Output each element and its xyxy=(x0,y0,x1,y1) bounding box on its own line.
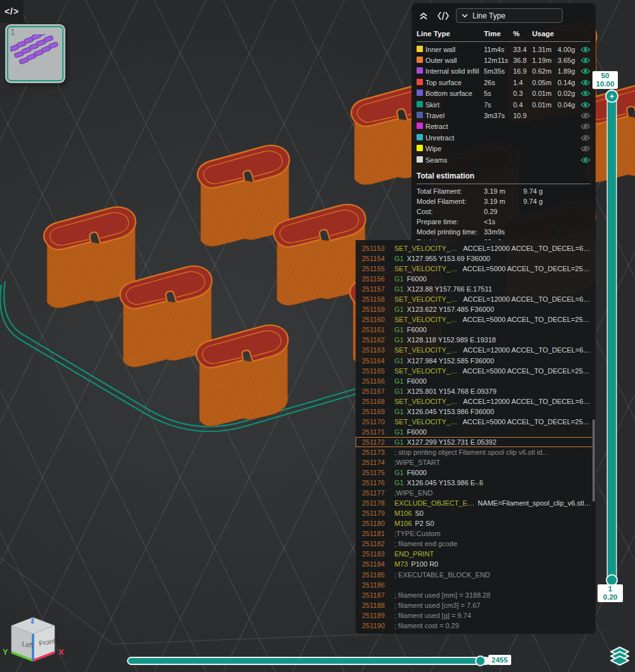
gcode-line[interactable]: 251175G1F6000 xyxy=(356,467,594,478)
total-value-1: 33m9s xyxy=(484,228,523,236)
gcode-token-g1: G1 xyxy=(394,408,404,415)
gcode-line[interactable]: 251190; filament cost = 0.29 xyxy=(356,621,594,631)
eye-icon[interactable] xyxy=(580,79,591,86)
bottom-layer-height: 0.20 xyxy=(600,593,620,601)
gcode-line[interactable]: 251171G1F6000 xyxy=(356,427,594,437)
gcode-token-param: X127.299 Y152.731 E.05392 xyxy=(407,438,497,446)
gcode-token-param: X123.88 Y157.766 E.17511 xyxy=(407,285,492,293)
gcode-line[interactable]: 251179M106S0 xyxy=(356,508,594,518)
gcode-line-number: 251182 xyxy=(362,540,390,548)
gcode-line[interactable]: 251169G1X126.045 Y153.986 F36000 xyxy=(356,407,594,417)
gcode-token-g1: G1 xyxy=(394,479,404,487)
gcode-line[interactable]: 251160SET_VELOCITY_LIMITACCEL=5000 ACCEL… xyxy=(356,314,594,325)
eye-off-icon[interactable] xyxy=(580,112,591,119)
total-value-1: 3.19 m xyxy=(484,187,523,195)
gcode-line[interactable]: 251186 xyxy=(356,580,594,590)
gcode-line[interactable]: 251181;TYPE:Custom xyxy=(356,528,594,539)
gcode-token-g1: G1 xyxy=(394,428,404,436)
gcode-token-cmd: SET_VELOCITY_LIMIT xyxy=(394,245,460,252)
gcode-line[interactable]: 251166G1F6000 xyxy=(356,376,594,386)
gcode-line[interactable]: 251153SET_VELOCITY_LIMITACCEL=12000 ACCE… xyxy=(356,243,594,253)
gcode-line-number: 251158 xyxy=(362,295,390,303)
gcode-token-param: F6000 xyxy=(407,469,427,476)
gcode-line[interactable]: 251174;WIPE_START xyxy=(356,457,594,467)
gcode-line[interactable]: 251184M73P100 R0 xyxy=(356,559,594,569)
line-type-percent: 0.3 xyxy=(513,90,532,97)
line-type-weight: 3.65g xyxy=(558,57,580,64)
layer-slider-top-handle[interactable]: + xyxy=(605,90,618,103)
move-slider[interactable] xyxy=(127,657,490,665)
line-type-swatch xyxy=(417,145,423,151)
gcode-token-param: F6000 xyxy=(407,428,427,436)
gcode-line[interactable]: 251185; EXECUTABLE_BLOCK_END xyxy=(356,570,594,580)
gcode-line[interactable]: 251173; stop printing object Filament sp… xyxy=(356,447,594,457)
gcode-line[interactable]: 251187; filament used [mm] = 3188.28 xyxy=(356,590,594,600)
gcode-token-cmd: M73 xyxy=(394,560,408,568)
gcode-line-number: 251178 xyxy=(362,499,390,507)
gcode-line[interactable]: 251188; filament used [cm3] = 7.67 xyxy=(356,600,594,610)
gcode-line[interactable]: 251161G1F6000 xyxy=(356,325,594,335)
line-type-label: Retract xyxy=(425,123,484,130)
eye-off-icon[interactable] xyxy=(580,134,591,142)
gcode-line[interactable]: 251164G1X127.984 Y152.585 F36000 xyxy=(356,356,594,366)
eye-icon[interactable] xyxy=(580,67,591,75)
gcode-line-number: 251180 xyxy=(362,520,390,527)
gcode-token-g1: G1 xyxy=(394,377,404,385)
gcode-line[interactable]: 251156G1F6000 xyxy=(356,274,594,284)
gcode-line[interactable]: 251155SET_VELOCITY_LIMITACCEL=5000 ACCEL… xyxy=(356,264,594,274)
line-type-time: 5m35s xyxy=(484,67,513,75)
gcode-line[interactable]: 251189; filament used [g] = 9.74 xyxy=(356,610,594,621)
gcode-line[interactable]: 251167G1X125.801 Y154.768 E.09379 xyxy=(356,386,594,396)
total-estimation-rows: Total Filament:3.19 m9.74 gModel Filamen… xyxy=(417,186,591,247)
line-type-swatch xyxy=(417,67,423,74)
gcode-line-selected[interactable]: 251172G1X127.299 Y152.731 E.05392 xyxy=(356,437,594,447)
eye-off-icon[interactable] xyxy=(580,123,591,130)
move-slider-handle[interactable] xyxy=(475,655,486,666)
legend-row: Seams xyxy=(417,154,591,165)
collapse-panel-icon[interactable] xyxy=(417,10,431,22)
eye-icon[interactable] xyxy=(580,90,591,97)
code-view-icon[interactable] xyxy=(436,10,450,22)
total-estimation-title: Total estimation xyxy=(417,171,591,180)
gcode-line[interactable]: 251154G1X127.955 Y153.69 F36000 xyxy=(356,253,594,264)
top-layer-height: 10.00 xyxy=(595,80,615,88)
eye-off-icon[interactable] xyxy=(580,145,591,152)
line-type-time: 5s xyxy=(484,90,513,97)
gcode-line[interactable]: 251157G1X123.88 Y157.766 E.17511 xyxy=(356,284,594,294)
gcode-line[interactable]: 251163SET_VELOCITY_LIMITACCEL=12000 ACCE… xyxy=(356,345,594,355)
assembly-view-button[interactable] xyxy=(606,643,634,671)
line-type-time: 11m4s xyxy=(484,46,513,53)
gcode-token-g1: G1 xyxy=(394,326,404,333)
gcode-line[interactable]: 251180M106P2 S0 xyxy=(356,518,594,528)
gcode-line[interactable]: 251182; filament end gcode xyxy=(356,539,594,549)
gcode-window-toggle-button[interactable]: </> xyxy=(0,0,23,23)
plate-thumbnail[interactable]: 1 xyxy=(5,24,65,83)
legend-row: Wipe xyxy=(417,144,591,154)
gcode-line[interactable]: 251162G1X128.118 Y152.989 E.19318 xyxy=(356,335,594,345)
line-type-swatch xyxy=(417,101,423,107)
legend-row: Unretract xyxy=(417,132,591,143)
gcode-line[interactable]: 251177;WIPE_END xyxy=(356,488,594,498)
gcode-line[interactable]: 251170SET_VELOCITY_LIMITACCEL=5000 ACCEL… xyxy=(356,417,594,427)
gcode-scrollbar[interactable] xyxy=(592,419,595,502)
gcode-line[interactable]: 251178EXCLUDE_OBJECT_ENDNAME=Filament_sp… xyxy=(356,498,594,508)
eye-icon[interactable] xyxy=(580,46,591,53)
orientation-cube[interactable]: Left Front Y X Z xyxy=(0,607,83,670)
gcode-line[interactable]: 251159G1X123.622 Y157.485 F36000 xyxy=(356,304,594,314)
gcode-line[interactable]: 251168SET_VELOCITY_LIMITACCEL=12000 ACCE… xyxy=(356,396,594,407)
gcode-line[interactable]: 251176G1X126.045 Y153.986 E-.6 xyxy=(356,478,594,488)
eye-icon[interactable] xyxy=(580,101,591,109)
gcode-token-g1: G1 xyxy=(394,438,404,446)
line-type-weight: 4.00g xyxy=(558,46,580,53)
view-type-value: Line Type xyxy=(472,11,505,20)
total-row: Prepare time:<1s xyxy=(417,217,591,227)
layer-range-slider[interactable] xyxy=(608,90,616,586)
gcode-viewer-panel[interactable]: 251153SET_VELOCITY_LIMITACCEL=12000 ACCE… xyxy=(356,240,596,634)
gcode-line[interactable]: 251158SET_VELOCITY_LIMITACCEL=12000 ACCE… xyxy=(356,294,594,304)
view-type-dropdown[interactable]: Line Type xyxy=(456,8,563,23)
eye-icon[interactable] xyxy=(580,57,591,64)
gcode-line[interactable]: 251183END_PRINT xyxy=(356,549,594,559)
gcode-line[interactable]: 251165SET_VELOCITY_LIMITACCEL=5000 ACCEL… xyxy=(356,366,594,376)
gcode-line-number: 251164 xyxy=(362,357,390,365)
eye-icon[interactable] xyxy=(580,156,591,164)
